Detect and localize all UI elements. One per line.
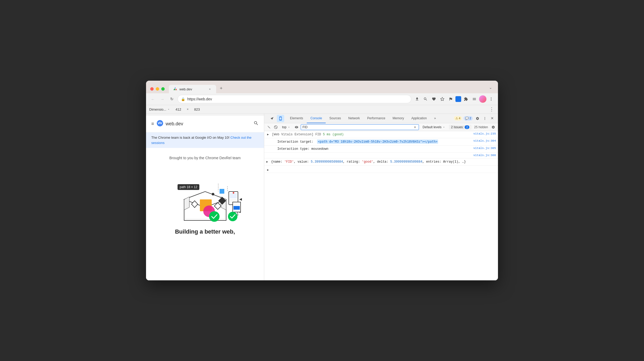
url-text: https://web.dev <box>187 97 408 101</box>
extensions-button[interactable] <box>462 95 470 103</box>
entry-source-link[interactable]: vitals.js:304 <box>469 139 496 142</box>
svg-point-30 <box>228 212 237 221</box>
entry-indent-spacer <box>273 154 276 154</box>
hamburger-menu-button[interactable]: ≡ <box>151 121 154 127</box>
zoom-button[interactable] <box>422 95 429 103</box>
tab-sources[interactable]: Sources <box>326 114 345 123</box>
svg-rect-26 <box>233 206 240 210</box>
tab-performance[interactable]: Performance <box>363 114 389 123</box>
console-entry: ▶ {name: 'FID', value: 5.399999998509884… <box>264 158 498 166</box>
inspect-element-button[interactable] <box>268 115 276 122</box>
entry-source-link[interactable]: vitals.js:305 <box>469 147 496 150</box>
entry-content: Interaction type: mousedown <box>277 147 469 151</box>
device-emulation-bar: Dimensio... × ⋮ <box>146 105 498 114</box>
site-logo-icon <box>156 120 164 128</box>
entry-source-link[interactable]: vitals.js:235 <box>469 132 496 135</box>
issues-text: 2 Issues: <box>451 125 464 129</box>
element-highlight[interactable]: <path d="M3 18h18v-2H3v2zm0-5h18v-2H3v2z… <box>317 140 438 144</box>
minimize-window-button[interactable] <box>156 87 159 91</box>
console-entry: Interaction target: <path d="M3 18h18v-2… <box>264 138 498 146</box>
maximize-window-button[interactable] <box>161 87 165 91</box>
clear-console-button[interactable] <box>266 125 272 130</box>
levels-label: Default levels <box>423 125 442 129</box>
back-button[interactable]: ← <box>149 95 157 103</box>
svg-rect-11 <box>220 189 224 194</box>
tab-network[interactable]: Network <box>345 114 363 123</box>
devtools-badges: ⚠ 4 💬 2 <box>453 116 474 121</box>
svg-rect-17 <box>230 193 237 198</box>
height-input[interactable] <box>191 106 203 112</box>
svg-line-38 <box>275 126 277 128</box>
svg-point-34 <box>485 118 485 118</box>
flag-button[interactable] <box>447 95 454 103</box>
site-logo: ≡ web.dev <box>151 120 183 128</box>
entry-text: Interaction target: <box>277 140 317 144</box>
devtools-more-button[interactable] <box>481 115 489 122</box>
svg-point-35 <box>485 119 485 120</box>
forward-button[interactable]: → <box>159 95 166 103</box>
svg-point-29 <box>209 211 220 222</box>
download-button[interactable] <box>413 95 421 103</box>
filter-text-input[interactable] <box>303 125 412 129</box>
entry-source-link[interactable]: vitals.js:308 <box>469 154 496 157</box>
webpage-panel: ≡ web.dev path 18 × 12 <box>146 114 264 280</box>
warning-badge[interactable]: ⚠ 4 <box>454 116 462 121</box>
tab-bar: web.dev × + <box>169 84 487 93</box>
tab-console[interactable]: Console <box>307 114 326 123</box>
tooltip-tag-name: path <box>180 185 186 189</box>
search-button[interactable] <box>253 121 259 127</box>
devtools-tab-bar: Elements Console Sources Network Perform… <box>264 114 498 123</box>
entry-text-value: 5 ms (good) <box>323 133 344 136</box>
live-expressions-button[interactable] <box>294 125 299 130</box>
context-selector[interactable]: top <box>280 125 292 130</box>
console-toolbar: top × Default levels 2 Issues: 2 <box>264 123 498 131</box>
banner-text: The Chrome team is back at Google I/O on… <box>151 136 230 140</box>
new-tab-button[interactable]: + <box>217 84 225 92</box>
entry-expand-arrow[interactable]: ▶ <box>267 132 270 136</box>
refresh-button[interactable]: ↻ <box>168 95 175 103</box>
console-settings-button[interactable] <box>491 125 496 130</box>
profile-avatar[interactable] <box>479 95 486 103</box>
entry-expand-arrow[interactable]: ▶ <box>266 159 269 163</box>
profile-color-button[interactable] <box>455 96 461 102</box>
browser-tab[interactable]: web.dev × <box>169 85 216 93</box>
tab-elements[interactable]: Elements <box>286 114 307 123</box>
chat-badge[interactable]: 💬 2 <box>464 116 473 121</box>
share-button[interactable] <box>430 95 438 103</box>
star-button[interactable] <box>439 95 446 103</box>
address-bar[interactable]: 🔒 https://web.dev <box>178 95 411 103</box>
close-window-button[interactable] <box>150 87 154 91</box>
svg-point-33 <box>485 117 485 117</box>
element-tooltip: path 18 × 12 <box>178 184 199 190</box>
tab-more[interactable]: » <box>430 114 440 123</box>
devtools-panel: Elements Console Sources Network Perform… <box>264 114 498 280</box>
entry-content: Interaction target: <path d="M3 18h18v-2… <box>277 139 469 144</box>
issues-panel-button[interactable]: 2 Issues: 2 <box>449 125 471 130</box>
console-entry: vitals.js:308 <box>264 153 498 158</box>
issues-count-badge: 2 <box>465 125 469 129</box>
tab-application[interactable]: Application <box>408 114 430 123</box>
tab-memory[interactable]: Memory <box>389 114 408 123</box>
width-input[interactable] <box>172 106 185 112</box>
hero-illustration <box>168 165 242 223</box>
log-levels-selector[interactable]: Default levels <box>420 125 447 130</box>
devtools-settings-button[interactable] <box>474 115 481 122</box>
hero-section: Brought to you by the Chrome DevRel team <box>146 148 264 243</box>
devtools-close-button[interactable]: × <box>489 115 496 122</box>
window-expand-button[interactable]: ⌄ <box>487 84 494 91</box>
console-filter-input[interactable]: × <box>301 124 419 130</box>
tab-favicon <box>173 87 177 91</box>
entry-content: {name: 'FID', value: 5.399999998509884, … <box>271 159 496 164</box>
device-emulation-toggle[interactable] <box>277 115 284 122</box>
site-name-label: web.dev <box>166 121 183 127</box>
chrome-more-button[interactable] <box>487 95 495 103</box>
address-toolbar: ← → ↻ 🔒 https://web.dev <box>146 93 498 105</box>
window-controls-right: ⌄ <box>487 84 494 91</box>
no-icon-button[interactable] <box>273 125 278 130</box>
tab-close-button[interactable]: × <box>208 87 212 91</box>
sidebar-toggle-button[interactable] <box>471 95 478 103</box>
filter-clear-button[interactable]: × <box>413 125 417 129</box>
device-bar-more-button[interactable]: ⋮ <box>489 106 495 112</box>
browser-window: web.dev × + ⌄ ← → ↻ 🔒 https://web.dev <box>146 81 498 280</box>
device-selector[interactable]: Dimensio... <box>149 107 170 111</box>
